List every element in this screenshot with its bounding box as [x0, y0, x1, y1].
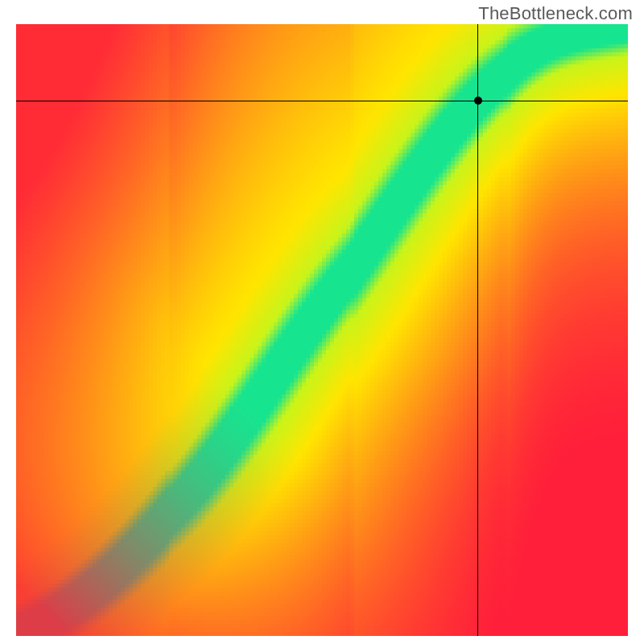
bottleneck-heatmap	[16, 24, 628, 636]
chart-container: TheBottleneck.com	[0, 0, 644, 644]
selected-point-marker	[474, 97, 482, 105]
crosshair-vertical	[477, 24, 478, 636]
attribution-label: TheBottleneck.com	[478, 3, 633, 24]
crosshair-horizontal	[16, 101, 628, 101]
